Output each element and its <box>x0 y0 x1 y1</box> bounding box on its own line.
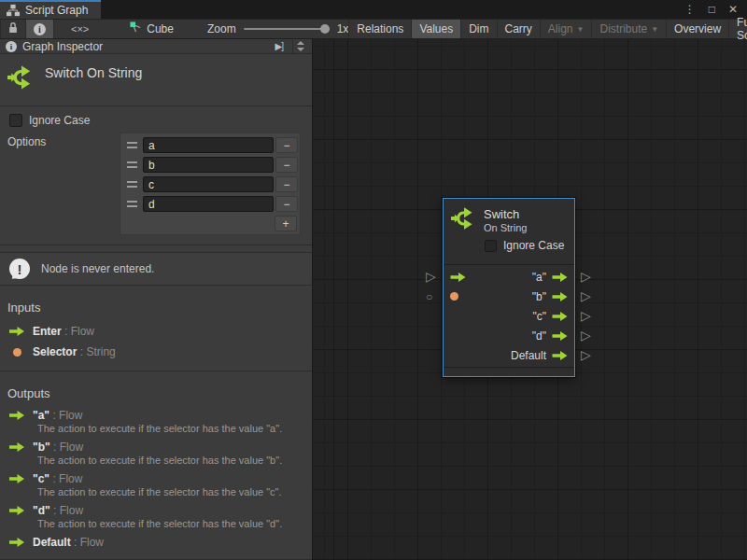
drag-handle-icon[interactable] <box>122 181 141 188</box>
dim-button[interactable]: Dim <box>461 20 497 38</box>
add-option-button[interactable]: + <box>275 216 297 231</box>
drag-handle-icon[interactable] <box>122 161 141 168</box>
overview-button[interactable]: Overview <box>667 20 729 38</box>
options-list: a − b − c − <box>120 133 301 235</box>
lock-button[interactable] <box>0 20 26 38</box>
window-close-icon[interactable]: ✕ <box>728 3 738 16</box>
enter-flow-arrow-icon <box>450 273 466 282</box>
align-label: Align <box>548 22 573 35</box>
inspector-node-title: Switch On String <box>45 63 142 80</box>
inputs-header: Inputs <box>7 301 304 315</box>
values-button[interactable]: Values <box>412 20 461 38</box>
relations-button[interactable]: Relations <box>348 20 412 38</box>
graph-inspector-panel: i Graph Inspector ▶] <box>0 39 313 560</box>
flow-arrow-icon <box>9 327 24 336</box>
output-a-port-handle-icon[interactable]: ▷ <box>581 269 591 285</box>
selector-port-handle-icon[interactable]: ○ <box>426 289 432 305</box>
option-value-field[interactable]: d <box>143 196 274 212</box>
port-label: "b" <box>532 290 552 303</box>
output-port-row: "d" <box>444 326 574 345</box>
flow-arrow-icon <box>9 411 24 420</box>
node-subtitle: On String <box>484 222 527 233</box>
port-type: Flow <box>59 472 82 485</box>
selector-port-row: "b" <box>444 287 574 306</box>
output-b-port-handle-icon[interactable]: ▷ <box>581 288 591 304</box>
ignore-case-label: Ignore Case <box>29 114 90 127</box>
tab-label: Script Graph <box>25 4 88 17</box>
zoom-slider-handle[interactable] <box>320 24 330 34</box>
input-port-row: Selector : String <box>7 342 304 362</box>
output-c-port-handle-icon[interactable]: ▷ <box>581 308 591 324</box>
align-dropdown[interactable]: Align ▼ <box>541 20 593 38</box>
node-header: Switch On String Ignore Case <box>444 199 574 264</box>
flow-arrow-icon <box>9 474 24 483</box>
port-name: "a" <box>33 409 49 422</box>
output-port-row: Default : Flow <box>7 534 304 551</box>
option-value-field[interactable]: c <box>143 176 274 192</box>
port-type: Flow <box>60 441 83 454</box>
switch-on-string-node[interactable]: Switch On String Ignore Case "a" <box>443 198 575 377</box>
output-port-row: "d" : Flow <box>7 502 304 519</box>
chevron-down-icon: ▼ <box>651 25 658 34</box>
flow-arrow-icon <box>9 442 24 452</box>
remove-option-button[interactable]: − <box>275 137 298 153</box>
option-value-field[interactable]: b <box>143 157 274 173</box>
scroll-up-icon[interactable] <box>297 41 304 45</box>
switch-node-icon <box>451 205 477 234</box>
output-flow-arrow-icon <box>552 312 568 321</box>
carry-button[interactable]: Carry <box>498 20 541 38</box>
port-name: "c" <box>33 472 49 485</box>
window-menu-icon[interactable]: ⋮ <box>684 3 696 16</box>
relations-label: Relations <box>357 22 403 35</box>
remove-option-button[interactable]: − <box>275 196 298 212</box>
distribute-label: Distribute <box>599 22 647 35</box>
script-graph-window: Script Graph ⋮ □ ✕ i <×> <box>0 0 747 560</box>
graph-reference-breadcrumb[interactable]: Cube <box>130 20 174 38</box>
graph-toolbar: i <×> Cube Zoom 1x Relations <box>0 19 747 39</box>
port-description: The action to execute if the selector ha… <box>37 518 304 530</box>
node-ignore-case-checkbox[interactable] <box>485 240 497 252</box>
zoom-value: 1x <box>337 22 349 35</box>
ignore-case-checkbox[interactable] <box>9 114 22 127</box>
overview-label: Overview <box>674 22 721 35</box>
inspector-toggle-button[interactable]: i <box>26 20 54 38</box>
enter-port-handle-icon[interactable]: ▷ <box>426 269 436 285</box>
graph-asset-icon <box>130 21 142 36</box>
output-port-row: "a" : Flow <box>7 407 304 424</box>
node-properties-card: Ignore Case Options a − b − <box>0 106 312 245</box>
full-screen-button[interactable]: Full Screen <box>729 20 747 38</box>
code-icon: <×> <box>71 23 89 35</box>
node-title: Switch <box>484 207 527 221</box>
enter-port-row: "a" <box>444 267 574 287</box>
remove-option-button[interactable]: − <box>275 176 298 192</box>
switch-node-icon <box>7 63 35 94</box>
window-maximize-icon[interactable]: □ <box>709 3 715 16</box>
tab-script-graph[interactable]: Script Graph <box>0 0 101 19</box>
selector-value-dot-icon <box>450 292 458 301</box>
graph-canvas[interactable]: Switch On String Ignore Case "a" <box>313 39 747 560</box>
warning-message: ! Node is never entered. <box>0 252 312 286</box>
port-type: Flow <box>71 325 94 338</box>
drag-handle-icon[interactable] <box>122 201 141 207</box>
carry-label: Carry <box>505 22 532 35</box>
zoom-slider[interactable] <box>244 28 330 30</box>
code-preview-button[interactable]: <×> <box>54 20 106 38</box>
warning-icon: ! <box>9 259 30 279</box>
drag-handle-icon[interactable] <box>122 142 141 148</box>
remove-option-button[interactable]: − <box>275 157 298 173</box>
outputs-section: Outputs "a" : Flow The action to execute… <box>0 378 312 560</box>
output-d-port-handle-icon[interactable]: ▷ <box>581 328 591 343</box>
port-name: Default <box>33 536 71 549</box>
info-icon: i <box>6 41 17 52</box>
output-default-port-handle-icon[interactable]: ▷ <box>581 347 591 363</box>
port-label: Default <box>511 349 552 362</box>
port-name: "d" <box>33 504 50 517</box>
distribute-dropdown[interactable]: Distribute ▼ <box>592 20 667 38</box>
toolbar-buttons: Relations Values Dim Carry Align ▼ Distr… <box>348 20 747 38</box>
dock-panel-icon[interactable]: ▶] <box>272 41 287 51</box>
option-value-field[interactable]: a <box>143 137 274 153</box>
panel-scroll-spinner <box>292 39 308 53</box>
port-description: The action to execute if the selector ha… <box>37 455 304 467</box>
port-type: Flow <box>80 536 104 549</box>
scroll-down-icon[interactable] <box>297 48 304 51</box>
